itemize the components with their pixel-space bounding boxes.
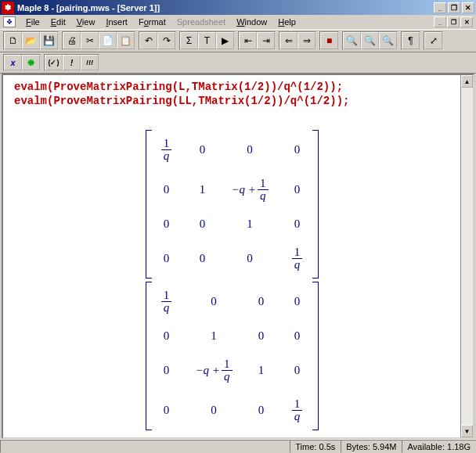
execute-all-button[interactable]: !!! bbox=[81, 55, 99, 70]
execute-button[interactable]: (✓) bbox=[45, 55, 63, 70]
zoom-in-button[interactable]: 🔍 bbox=[343, 32, 361, 49]
mdi-minimize-button[interactable]: _ bbox=[434, 16, 446, 27]
scroll-up-button[interactable]: ▲ bbox=[461, 75, 473, 88]
zoom-reset-button[interactable]: 🔍 bbox=[379, 32, 397, 49]
matrix-output-1: 1q 0 0 0 0 1 −q +1q 0 0 0 1 0 0 0 bbox=[146, 130, 319, 279]
scroll-down-button[interactable]: ▼ bbox=[461, 425, 473, 437]
redo-button[interactable]: ↷ bbox=[157, 32, 175, 49]
close-button[interactable]: ✕ bbox=[462, 2, 474, 13]
nonprint-button[interactable]: ¶ bbox=[402, 32, 420, 49]
toolbar-context: x ❋ (✓) ! !!! bbox=[0, 52, 476, 74]
worksheet-area[interactable]: evalm(ProveMatrixPairing(L,TMatrix(1/2))… bbox=[3, 75, 460, 437]
mdi-restore-button[interactable]: ❐ bbox=[447, 16, 460, 27]
back-button[interactable]: ⇐ bbox=[279, 32, 298, 49]
app-icon: ✽ bbox=[2, 2, 14, 14]
menu-file[interactable]: File bbox=[20, 16, 45, 28]
minimize-button[interactable]: _ bbox=[434, 2, 446, 13]
status-bytes: Bytes: 5.94M bbox=[341, 440, 402, 453]
indent-button[interactable]: ⇥ bbox=[257, 32, 275, 49]
menu-window[interactable]: Window bbox=[231, 16, 272, 28]
menubar: ❖ File Edit View Insert Format Spreadshe… bbox=[0, 15, 476, 29]
statusbar: Time: 0.5s Bytes: 5.94M Available: 1.18G bbox=[0, 439, 476, 453]
window-title: Maple 8 - [pairing.mws - [Server 1]] bbox=[17, 3, 434, 13]
copy-button[interactable]: 📄 bbox=[99, 32, 117, 49]
input-line-1[interactable]: evalm(ProveMatrixPairing(L,TMatrix(1/2))… bbox=[14, 80, 449, 94]
status-available: Available: 1.18G bbox=[402, 440, 476, 453]
text-button[interactable]: T bbox=[198, 32, 216, 49]
menu-format[interactable]: Format bbox=[133, 16, 171, 28]
leaf-button[interactable]: ❋ bbox=[22, 55, 40, 70]
input-line-2[interactable]: evalm(ProveMatrixPairing(LL,TMatrix(1/2)… bbox=[14, 94, 449, 108]
undo-button[interactable]: ↶ bbox=[139, 32, 157, 49]
output-area: 1q 0 0 0 0 1 −q +1q 0 0 0 1 0 0 0 bbox=[14, 130, 449, 430]
paste-button[interactable]: 📋 bbox=[117, 32, 135, 49]
menu-spreadsheet: Spreadsheet bbox=[171, 16, 231, 28]
outdent-button[interactable]: ⇤ bbox=[239, 32, 257, 49]
vertical-scrollbar[interactable]: ▲ ▼ bbox=[460, 75, 473, 437]
open-button[interactable]: 📂 bbox=[22, 32, 40, 49]
resize-button[interactable]: ⤢ bbox=[424, 32, 442, 49]
stop-button[interactable]: ■ bbox=[320, 32, 338, 49]
scroll-track[interactable] bbox=[461, 88, 473, 425]
maximize-button[interactable]: ❐ bbox=[448, 2, 460, 13]
forward-button[interactable]: ⇒ bbox=[298, 32, 316, 49]
menu-edit[interactable]: Edit bbox=[45, 16, 71, 28]
matrix-output-2: 1q 0 0 0 0 1 0 0 0 −q +1q 1 0 0 0 bbox=[146, 282, 319, 430]
print-button[interactable]: 🖨 bbox=[63, 32, 81, 49]
menu-view[interactable]: View bbox=[71, 16, 101, 28]
mdi-close-button[interactable]: ✕ bbox=[460, 16, 473, 27]
sigma-button[interactable]: Σ bbox=[180, 32, 198, 49]
excl-button[interactable]: ! bbox=[63, 55, 81, 70]
menu-insert[interactable]: Insert bbox=[100, 16, 133, 28]
zoom-out-button[interactable]: 🔍 bbox=[361, 32, 379, 49]
status-time: Time: 0.5s bbox=[290, 440, 341, 453]
toolbar-main: 🗋 📂 💾 🖨 ✂ 📄 📋 ↶ ↷ Σ T ▶ ⇤ ⇥ ⇐ ⇒ ■ 🔍 🔍 🔍 … bbox=[0, 29, 476, 52]
worksheet-frame: evalm(ProveMatrixPairing(L,TMatrix(1/2))… bbox=[2, 74, 474, 439]
new-button[interactable]: 🗋 bbox=[4, 32, 22, 49]
save-button[interactable]: 💾 bbox=[40, 32, 58, 49]
mdi-icon[interactable]: ❖ bbox=[3, 16, 16, 27]
group-button[interactable]: ▶ bbox=[216, 32, 234, 49]
menu-help[interactable]: Help bbox=[272, 16, 301, 28]
remove-output-button[interactable]: x bbox=[4, 55, 22, 70]
cut-button[interactable]: ✂ bbox=[81, 32, 99, 49]
titlebar: ✽ Maple 8 - [pairing.mws - [Server 1]] _… bbox=[0, 0, 476, 15]
